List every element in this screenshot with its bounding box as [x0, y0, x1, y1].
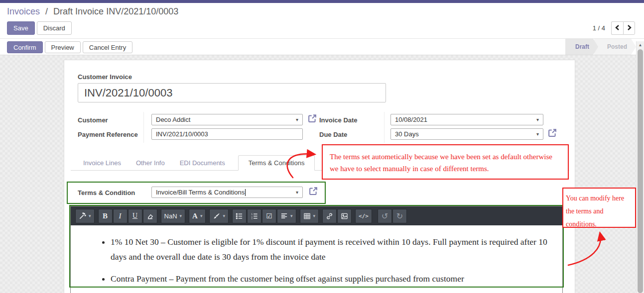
- due-date-input[interactable]: 30 Days ▾: [390, 128, 543, 140]
- chevron-left-icon: [615, 24, 620, 32]
- cancel-entry-button[interactable]: Cancel Entry: [83, 41, 132, 53]
- tab-invoice-lines[interactable]: Invoice Lines: [83, 156, 121, 170]
- font-size-button[interactable]: NaN ▾: [161, 209, 186, 223]
- chevron-down-icon: ▾: [313, 213, 316, 218]
- column-separator: [384, 112, 385, 143]
- bold-button[interactable]: B: [98, 209, 113, 223]
- chevron-down-icon: ▾: [200, 213, 203, 218]
- dropdown-caret-icon[interactable]: ▾: [296, 117, 298, 122]
- chevron-down-icon: ▾: [180, 213, 182, 218]
- invoice-type-label: Customer Invoice: [78, 73, 132, 81]
- discard-button[interactable]: Discard: [37, 21, 72, 35]
- image-icon: [341, 212, 348, 220]
- table-button[interactable]: ▾: [300, 209, 319, 223]
- payment-reference-value: INV/2021/10/0003: [156, 130, 298, 138]
- code-view-button[interactable]: </>: [355, 209, 372, 223]
- tab-terms-conditions[interactable]: Terms & Conditions: [238, 155, 315, 171]
- chevron-down-icon: ▾: [223, 213, 225, 218]
- chevron-down-icon: ▾: [290, 213, 293, 218]
- breadcrumb-current: Draft Invoice INV/2021/10/0003: [53, 6, 178, 16]
- align-left-icon: [280, 212, 288, 220]
- customer-value: Deco Addict: [156, 116, 294, 123]
- dropdown-caret-icon[interactable]: ▾: [536, 117, 539, 122]
- payment-reference-input[interactable]: INV/2021/10/0003: [151, 128, 303, 140]
- due-date-value: 30 Days: [395, 130, 534, 138]
- pager: 1 / 4: [593, 21, 635, 35]
- invoice-name-value: INV/2021/10/0003: [84, 87, 172, 99]
- text-cursor: [245, 189, 246, 196]
- dropdown-caret-icon[interactable]: ▾: [296, 190, 298, 195]
- customer-input[interactable]: Deco Addict ▾: [151, 114, 303, 125]
- link-icon: [326, 212, 333, 220]
- statusbar-row: Confirm Preview Cancel Entry Draft Poste…: [0, 39, 644, 55]
- font-size-value: NaN: [164, 212, 177, 220]
- align-button[interactable]: ▾: [277, 209, 296, 223]
- customer-label: Customer: [78, 116, 108, 124]
- tab-other-info[interactable]: Other Info: [136, 156, 165, 170]
- status-draft[interactable]: Draft: [565, 39, 598, 55]
- editor-content[interactable]: 1% 10 Net 30 – Customer is eligible for …: [71, 235, 562, 287]
- editor-toolbar: ▾ B I U NaN ▾: [71, 206, 562, 225]
- breadcrumb-separator: /: [45, 6, 48, 16]
- vertical-scrollbar[interactable]: ▲: [636, 41, 644, 293]
- underline-button[interactable]: U: [128, 209, 142, 223]
- italic-button[interactable]: I: [113, 209, 128, 223]
- invoice-date-input[interactable]: 10/08/2021 ▾: [390, 114, 543, 125]
- status-posted[interactable]: Posted: [594, 39, 636, 55]
- remove-format-button[interactable]: [143, 209, 157, 223]
- terms-condition-input[interactable]: Invoice/Bill Terms & Conditions ▾: [151, 187, 303, 198]
- chevron-down-icon: ▾: [89, 213, 91, 218]
- eraser-icon: [146, 212, 154, 220]
- terms-condition-label: Terms & Condition: [78, 189, 135, 196]
- magic-wand-icon: [79, 212, 86, 220]
- terms-external-link-icon[interactable]: [308, 186, 318, 196]
- save-discard-buttons: Save Discard: [7, 21, 72, 35]
- invoice-name-input[interactable]: INV/2021/10/0003: [78, 83, 386, 102]
- scrollbar-thumb[interactable]: [638, 49, 643, 293]
- terms-condition-value: Invoice/Bill Terms & Conditions: [156, 189, 294, 196]
- text-color-icon: A: [192, 212, 198, 220]
- chevron-right-icon: [627, 24, 632, 32]
- pager-next-button[interactable]: [623, 21, 635, 35]
- checklist-icon: ☑: [266, 212, 272, 220]
- insert-image-button[interactable]: [337, 209, 352, 223]
- annotation-modify-note: You can modify here the terms and condit…: [562, 188, 636, 228]
- save-button[interactable]: Save: [7, 21, 35, 35]
- status-widget: Draft Posted: [565, 39, 636, 55]
- terms-html-editor[interactable]: ▾ B I U NaN ▾: [70, 206, 563, 293]
- customer-external-link-icon[interactable]: [307, 113, 317, 123]
- list-ol-icon: [251, 212, 258, 220]
- breadcrumb-invoices-link[interactable]: Invoices: [7, 6, 40, 16]
- dropdown-caret-icon[interactable]: ▾: [536, 131, 539, 137]
- highlight-color-button[interactable]: ▾: [209, 209, 229, 223]
- confirm-button[interactable]: Confirm: [7, 41, 43, 53]
- invoice-date-label: Invoice Date: [319, 116, 358, 124]
- checklist-button[interactable]: ☑: [262, 209, 276, 223]
- column-separator: [143, 112, 144, 143]
- redo-button[interactable]: ↻: [392, 209, 407, 223]
- undo-button[interactable]: ↺: [378, 209, 392, 223]
- pager-previous-button[interactable]: [611, 21, 623, 35]
- pager-value: 1 / 4: [593, 24, 605, 32]
- top-accent-bar: [0, 0, 644, 3]
- ordered-list-button[interactable]: [247, 209, 261, 223]
- breadcrumb: Invoices / Draft Invoice INV/2021/10/000…: [7, 6, 178, 17]
- text-color-button[interactable]: A ▾: [189, 209, 206, 223]
- due-date-label: Due Date: [319, 131, 347, 138]
- insert-link-button[interactable]: [322, 209, 337, 223]
- payment-reference-label: Payment Reference: [78, 131, 138, 138]
- preview-button[interactable]: Preview: [45, 41, 81, 53]
- invoice-form-sheet: Customer Invoice INV/2021/10/0003 Custom…: [64, 60, 575, 293]
- due-date-external-link-icon[interactable]: [547, 128, 557, 138]
- invoice-date-value: 10/08/2021: [395, 116, 534, 123]
- list-ul-icon: [236, 212, 243, 220]
- tab-edi-documents[interactable]: EDI Documents: [180, 156, 225, 170]
- annotation-default-terms-note: The terms set autometically because we h…: [322, 144, 569, 180]
- terms-bullet-item: Contra Payment – Payment from the custom…: [111, 272, 561, 287]
- paint-brush-icon: [213, 212, 220, 220]
- style-button[interactable]: ▾: [75, 209, 95, 223]
- terms-bullet-item: 1% 10 Net 30 – Customer is eligible for …: [111, 235, 561, 264]
- scroll-up-arrow-icon[interactable]: ▲: [637, 41, 644, 49]
- table-icon: [303, 212, 311, 220]
- unordered-list-button[interactable]: [232, 209, 247, 223]
